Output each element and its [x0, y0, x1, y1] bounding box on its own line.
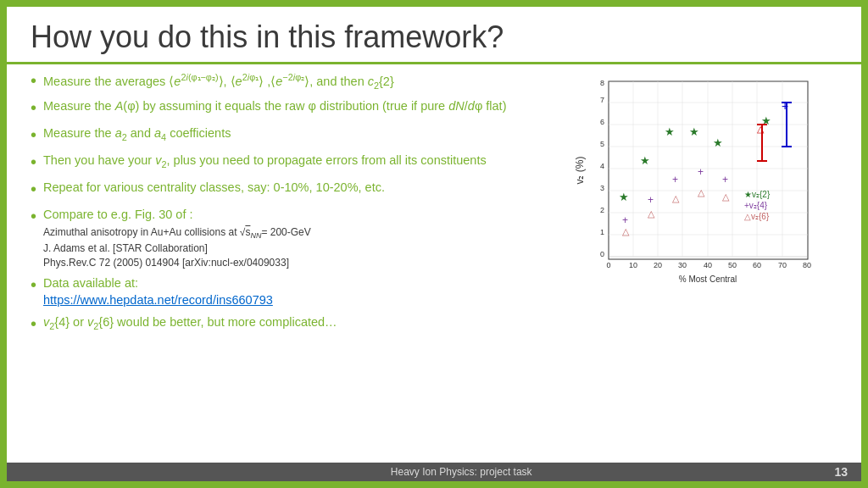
svg-text:20: 20 [654, 261, 662, 269]
sub-text-6: Azimuthal anisotropy in Au+Au collisions… [43, 225, 566, 270]
v2-6-tri-4: △ [698, 187, 705, 197]
bullet-content-7: Data available at: https://www.hepdata.n… [43, 275, 566, 308]
svg-text:8: 8 [600, 79, 604, 87]
bullet-dot-2: • [31, 97, 36, 119]
v2-2-star-3: ★ [665, 125, 675, 138]
bullet-dot-6: • [31, 205, 36, 228]
bullet-content-8: v2{4} or v2{6} would be better, but more… [43, 314, 566, 333]
content-area: • Measure the averages ⟨e2i(φ₁−φ₂)⟩, ⟨e2… [7, 64, 861, 463]
v2-6-tri-3: △ [672, 193, 680, 203]
page-title: How you do this in this framework? [31, 19, 837, 55]
bullet-item-4: • Then you have your v2, plus you need t… [31, 152, 566, 174]
v2-4-cross-5: + [722, 174, 728, 186]
svg-text:30: 30 [678, 261, 687, 269]
svg-text:3: 3 [600, 184, 604, 192]
v2-2-star-5: ★ [713, 136, 723, 149]
v2-6-tri-2: △ [648, 208, 655, 219]
v2-6-tri-5: △ [722, 191, 730, 202]
footer: Heavy Ion Physics: project task 13 [7, 463, 861, 481]
title-area: How you do this in this framework? [7, 7, 861, 64]
bullet-content-2: Measure the A(φ) by assuming it equals t… [43, 98, 566, 115]
footer-label: Heavy Ion Physics: project task [88, 466, 834, 478]
v2-4-cross-3: + [672, 174, 678, 186]
svg-text:5: 5 [600, 140, 604, 148]
bullet-item-6: • Compare to e.g. Fig. 30 of : Azimuthal… [31, 207, 566, 269]
bullet-item-5: • Repeat for various centrality classes,… [31, 180, 566, 201]
bullet-list: • Measure the averages ⟨e2i(φ₁−φ₂)⟩, ⟨e2… [31, 71, 575, 463]
bullet-content-3: Measure the a2 and a4 coefficients [43, 125, 566, 144]
legend-v2-2: ★v₂{2} [744, 190, 771, 199]
bullet-dot: • [31, 69, 36, 92]
bullet-dot-3: • [31, 124, 36, 147]
bullet-dot-7: • [31, 274, 36, 297]
v2-4-cross-2: + [648, 194, 654, 206]
svg-text:60: 60 [753, 261, 761, 269]
svg-text:6: 6 [600, 118, 604, 126]
bullet-content-1: Measure the averages ⟨e2i(φ₁−φ₂)⟩, ⟨e2iφ… [43, 71, 566, 92]
legend-v2-6: △v₂{6} [744, 212, 770, 221]
svg-rect-0 [609, 81, 808, 259]
y-axis-label: v₂ (%) [575, 157, 586, 185]
legend-v2-4: +v₂{4} [744, 201, 768, 210]
v2-2-star-4: ★ [689, 125, 699, 138]
chart-svg: v₂ (%) 0 1 2 3 4 5 6 7 8 [575, 75, 829, 295]
svg-text:50: 50 [728, 261, 737, 269]
svg-text:0: 0 [600, 250, 604, 258]
bullet-item-3: • Measure the a2 and a4 coefficients [31, 125, 566, 147]
slide-inner: How you do this in this framework? • Mea… [7, 7, 861, 481]
v2-4-cross-4: + [698, 166, 704, 178]
v2-2-star-2: ★ [640, 154, 650, 167]
footer-page: 13 [834, 465, 848, 479]
svg-text:2: 2 [600, 206, 604, 214]
svg-text:0: 0 [606, 261, 610, 269]
svg-text:4: 4 [600, 162, 604, 170]
bullet-content-5: Repeat for various centrality classes, s… [43, 180, 566, 197]
x-axis-label: % Most Central [679, 274, 737, 284]
svg-text:80: 80 [803, 261, 811, 269]
slide-container: How you do this in this framework? • Mea… [0, 0, 868, 488]
svg-text:10: 10 [629, 261, 637, 269]
bullet-item-8: • v2{4} or v2{6} would be better, but mo… [31, 314, 566, 336]
bullet-content-6: Compare to e.g. Fig. 30 of : Azimuthal a… [43, 207, 566, 269]
svg-text:70: 70 [778, 261, 787, 269]
bullet-item-2: • Measure the A(φ) by assuming it equals… [31, 98, 566, 119]
svg-text:1: 1 [600, 228, 604, 236]
v2-6-tri-1: △ [622, 226, 630, 236]
bullet-content-4: Then you have your v2, plus you need to … [43, 152, 566, 171]
bullet-item-1: • Measure the averages ⟨e2i(φ₁−φ₂)⟩, ⟨e2… [31, 71, 566, 92]
svg-text:7: 7 [600, 96, 604, 104]
bullet-item-7: • Data available at: https://www.hepdata… [31, 275, 566, 308]
hepdata-link[interactable]: https://www.hepdata.net/record/ins660793 [43, 293, 273, 307]
bullet-dot-5: • [31, 178, 36, 201]
chart-area: v₂ (%) 0 1 2 3 4 5 6 7 8 [575, 71, 837, 463]
svg-text:40: 40 [704, 261, 712, 269]
bullet-dot-4: • [31, 151, 36, 174]
bullet-dot-8: • [31, 313, 36, 336]
v2-2-star-1: ★ [619, 191, 629, 203]
v2-4-cross-final: + [782, 99, 788, 113]
v2-4-cross-1: + [622, 214, 628, 226]
